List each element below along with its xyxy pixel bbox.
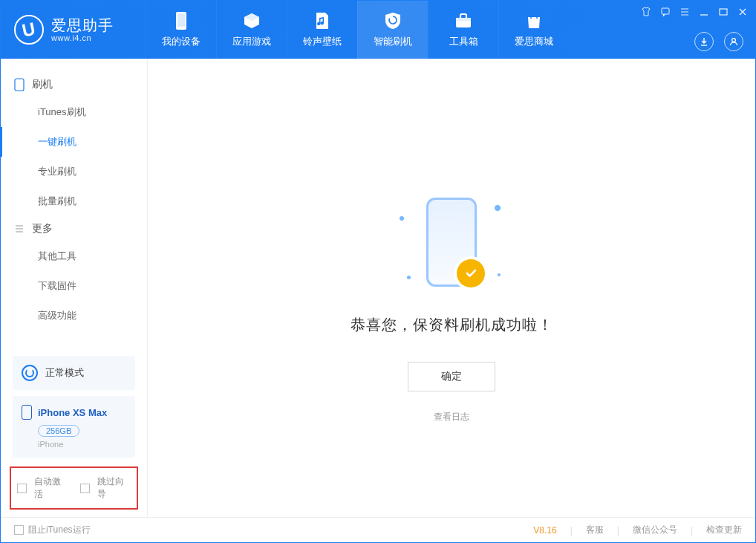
shield-refresh-icon: [383, 11, 403, 30]
sidebar-item-other-tools[interactable]: 其他工具: [1, 241, 147, 271]
sidebar-item-pro-flash[interactable]: 专业刷机: [1, 157, 147, 186]
shopping-bag-icon: [524, 11, 544, 30]
close-icon[interactable]: [737, 7, 748, 17]
tab-label: 爱思商城: [515, 35, 553, 48]
svg-rect-7: [15, 79, 24, 91]
download-button[interactable]: [694, 32, 714, 51]
group-title: 刷机: [32, 78, 53, 91]
device-type: iPhone: [38, 440, 126, 449]
sidebar: 刷机 iTunes刷机 一键刷机 专业刷机 批量刷机 更多 其他工具 下载固件 …: [1, 59, 148, 517]
tab-my-device[interactable]: 我的设备: [146, 1, 216, 59]
logo-icon: U: [14, 15, 44, 45]
tab-label: 铃声壁纸: [303, 35, 342, 48]
checkbox-auto-activate[interactable]: [17, 484, 27, 493]
mode-box[interactable]: 正常模式: [13, 356, 135, 390]
sparkle-icon: [498, 273, 501, 276]
device-icon: [172, 11, 191, 30]
svg-point-6: [732, 39, 736, 42]
svg-rect-3: [456, 18, 471, 21]
tab-apps-games[interactable]: 应用游戏: [216, 1, 287, 59]
opt-auto-activate-label: 自动激活: [34, 475, 68, 501]
sidebar-group-more: 更多: [1, 216, 147, 241]
minimize-icon[interactable]: [699, 7, 709, 17]
tab-label: 智能刷机: [374, 35, 412, 48]
sidebar-item-batch-flash[interactable]: 批量刷机: [1, 186, 147, 216]
music-file-icon: [313, 11, 332, 30]
phone-illustration-icon: [426, 198, 477, 287]
tab-label: 工具箱: [449, 35, 478, 48]
tab-store[interactable]: 爱思商城: [498, 1, 569, 59]
sparkle-icon: [407, 276, 411, 279]
view-log-link[interactable]: 查看日志: [434, 411, 469, 423]
maximize-icon[interactable]: [718, 7, 729, 17]
mode-label: 正常模式: [45, 366, 84, 380]
skin-icon[interactable]: [641, 7, 651, 17]
tab-label: 我的设备: [162, 35, 201, 48]
check-badge-icon: [457, 259, 485, 287]
cube-icon: [242, 11, 261, 30]
list-icon: [14, 224, 25, 234]
header: U 爱思助手 www.i4.cn 我的设备 应用游戏 铃声壁纸: [1, 1, 755, 59]
success-illustration: [377, 183, 526, 302]
success-message: 恭喜您，保资料刷机成功啦！: [351, 315, 553, 335]
tab-label: 应用游戏: [232, 35, 271, 48]
tab-toolbox[interactable]: 工具箱: [428, 1, 498, 59]
user-button[interactable]: [724, 32, 743, 51]
svg-rect-4: [662, 8, 669, 14]
sb-link-wechat[interactable]: 微信公众号: [633, 524, 677, 536]
version-label: V8.16: [533, 525, 556, 536]
ok-button[interactable]: 确定: [408, 362, 495, 391]
sidebar-item-itunes-flash[interactable]: iTunes刷机: [1, 97, 147, 127]
sidebar-item-download-firmware[interactable]: 下载固件: [1, 271, 147, 301]
window-controls: [641, 7, 748, 17]
sidebar-item-one-click-flash[interactable]: 一键刷机: [1, 127, 147, 157]
flash-options-highlight: 自动激活 跳过向导: [10, 466, 138, 510]
group-title: 更多: [32, 222, 53, 235]
toolbox-icon: [454, 11, 473, 30]
brand-subtitle: www.i4.cn: [51, 33, 114, 42]
main-content: 恭喜您，保资料刷机成功啦！ 确定 查看日志: [148, 59, 755, 517]
svg-rect-5: [720, 9, 727, 15]
brand-title: 爱思助手: [51, 17, 114, 33]
device-capacity: 256GB: [38, 425, 79, 437]
device-name: iPhone XS Max: [38, 407, 107, 418]
tab-smart-flash[interactable]: 智能刷机: [357, 1, 428, 59]
normal-mode-icon: [22, 365, 38, 381]
sb-link-check-update[interactable]: 检查更新: [706, 524, 742, 536]
header-action-icons: [694, 32, 743, 51]
status-bar: 阻止iTunes运行 V8.16 | 客服 | 微信公众号 | 检查更新: [1, 517, 755, 542]
sidebar-group-flash: 刷机: [1, 72, 147, 97]
nav-tabs: 我的设备 应用游戏 铃声壁纸 智能刷机 工具箱: [146, 1, 569, 59]
tab-ringtones-wallpapers[interactable]: 铃声壁纸: [287, 1, 357, 59]
sidebar-item-advanced[interactable]: 高级功能: [1, 301, 147, 331]
svg-rect-1: [177, 13, 185, 27]
device-phone-icon: [22, 405, 32, 420]
device-box[interactable]: iPhone XS Max 256GB iPhone: [13, 396, 135, 458]
phone-outline-icon: [14, 78, 25, 91]
sb-link-support[interactable]: 客服: [586, 524, 604, 536]
sparkle-icon: [400, 216, 404, 221]
sparkle-icon: [495, 205, 501, 211]
menu-icon[interactable]: [680, 7, 690, 17]
logo-block: U 爱思助手 www.i4.cn: [1, 1, 146, 59]
block-itunes-label: 阻止iTunes运行: [28, 524, 91, 536]
checkbox-skip-guide[interactable]: [80, 484, 90, 493]
checkbox-block-itunes[interactable]: [14, 525, 24, 535]
opt-skip-guide-label: 跳过向导: [97, 475, 131, 501]
feedback-icon[interactable]: [660, 7, 671, 17]
